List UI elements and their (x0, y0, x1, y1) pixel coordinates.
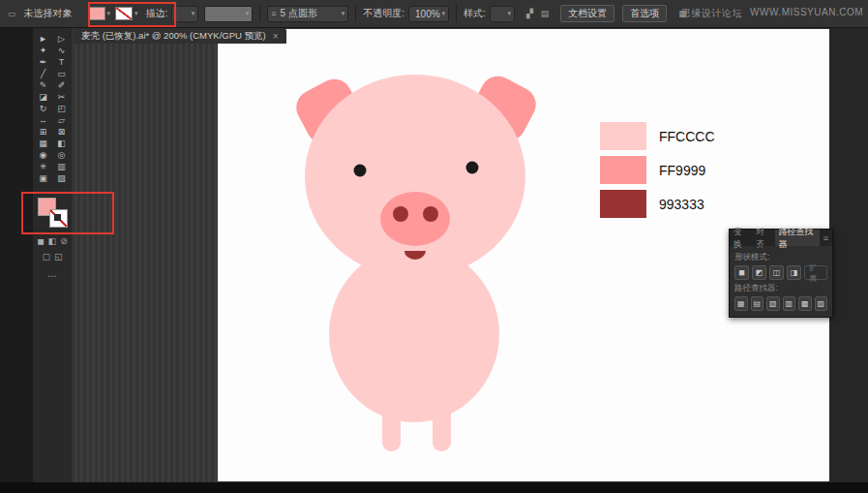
exclude-button[interactable]: ◨ (787, 265, 801, 280)
minus-back-button[interactable]: ▨ (815, 296, 828, 311)
selection-status: 未选择对象 (24, 7, 73, 20)
draw-mode-row: ▢ ◱ (33, 252, 72, 262)
separator (456, 5, 457, 22)
draw-normal-icon[interactable]: ▢ (42, 252, 50, 262)
perspective-grid-tool[interactable]: ⊠ (52, 127, 71, 138)
status-bar (0, 482, 868, 493)
legend-label: FF9999 (659, 163, 705, 178)
illustrator-window: ▭ 未选择对象 ▾ ▾ 描边: ▾ ▾ ≡ 5 点圆形 ▾ 不透明度: 100%… (0, 0, 868, 493)
symbol-sprayer-tool[interactable]: ✳ (34, 162, 52, 172)
eyedropper-tool[interactable]: ◉ (34, 150, 52, 161)
mesh-tool[interactable]: ▦ (34, 139, 52, 149)
shape-properties-icon[interactable]: ▞ (526, 9, 533, 18)
panel-body: 形状模式: ◼ ◩ ◫ ◨ 扩展 路径查找器: ▦ ▤ ▧ ▥ ▩ ▨ (730, 246, 832, 317)
line-segment-tool[interactable]: ╱ (34, 69, 52, 79)
document-title: 麦壳 (已恢复).ai* @ 200% (CMYK/GPU 预览) (81, 30, 266, 43)
pathfinders-label: 路径查找器: (734, 283, 827, 294)
type-tool[interactable]: T (52, 57, 71, 68)
fill-caret-icon[interactable]: ▾ (107, 10, 111, 17)
pig-head (305, 75, 525, 278)
tab-align[interactable]: 对齐 (752, 230, 774, 246)
panel-menu-icon[interactable]: ≡ (820, 233, 832, 243)
fill-stroke-indicator[interactable] (38, 198, 68, 228)
opacity-caret-icon: ▾ (442, 10, 446, 17)
preferences-button[interactable]: 首选项 (622, 5, 667, 22)
legend-swatch-ff9999 (600, 156, 646, 184)
watermark: 思缘设计论坛 WWW.MISSYUAN.COM (681, 7, 863, 20)
magic-wand-tool[interactable]: ✦ (34, 46, 52, 56)
screen-mode-icon[interactable]: ◱ (54, 252, 63, 262)
crop-button[interactable]: ▥ (783, 296, 796, 311)
more-tools-icon[interactable]: ⋯ (48, 271, 57, 281)
gradient-fill-icon[interactable]: ◧ (48, 236, 57, 246)
selection-tool[interactable]: ► (34, 34, 52, 45)
rectangle-tool[interactable]: ▭ (52, 69, 71, 79)
none-fill-icon[interactable]: ⊘ (60, 236, 68, 246)
pen-tool[interactable]: ✒ (34, 57, 52, 68)
fill-color-swatch[interactable] (88, 7, 105, 20)
legend-swatch-993333 (600, 190, 646, 218)
document-setup-button[interactable]: 文档设置 (560, 5, 614, 22)
outline-button[interactable]: ▩ (798, 296, 812, 311)
pasteboard-texture (72, 27, 218, 482)
column-graph-tool[interactable]: ▥ (52, 162, 71, 172)
eraser-tool[interactable]: ◪ (34, 92, 52, 103)
right-dock-strip (828, 27, 868, 482)
free-transform-tool[interactable]: ▱ (52, 115, 71, 126)
color-mode-row: ◼ ◧ ⊘ (33, 236, 72, 246)
color-fill-icon[interactable]: ◼ (37, 236, 44, 246)
blend-tool[interactable]: ◎ (52, 150, 71, 161)
scale-tool[interactable]: ◰ (52, 104, 71, 114)
pig-right-eye (466, 162, 479, 174)
trim-button[interactable]: ▤ (751, 296, 764, 311)
brush-caret-icon: ▾ (342, 10, 345, 17)
tab-pathfinder[interactable]: 路径查找器 (775, 230, 820, 246)
scissors-tool[interactable]: ✂ (52, 92, 71, 103)
more-tools-row: ⋯ (33, 271, 72, 281)
minus-front-button[interactable]: ◩ (752, 265, 766, 280)
legend-row: FFCCCC (600, 122, 715, 150)
tab-transform[interactable]: 变换 (730, 230, 752, 246)
pig-right-nostril (423, 206, 438, 222)
legend-label: 993333 (659, 197, 704, 212)
stroke-color-swatch[interactable] (115, 7, 133, 20)
shape-builder-tool[interactable]: ⊞ (34, 127, 52, 138)
intersect-button[interactable]: ◫ (769, 265, 784, 280)
direct-selection-tool[interactable]: ▷ (52, 34, 71, 45)
stroke-label: 描边: (146, 7, 168, 20)
divide-button[interactable]: ▦ (734, 296, 748, 311)
document-tab-bar: 麦壳 (已恢复).ai* @ 200% (CMYK/GPU 预览) × (74, 28, 286, 44)
pathfinders-row: ▦ ▤ ▧ ▥ ▩ ▨ (734, 296, 827, 311)
expand-button[interactable]: 扩展 (804, 265, 827, 280)
merge-button[interactable]: ▧ (766, 296, 780, 311)
style-dropdown[interactable]: ▾ (490, 6, 515, 22)
document-info-icon[interactable]: ▤ (541, 9, 550, 18)
pig-snout (380, 192, 450, 246)
artboard-tool[interactable]: ▣ (34, 173, 52, 184)
current-stroke-swatch[interactable] (49, 209, 68, 228)
brush-lines-icon: ≡ (271, 9, 276, 18)
pencil-tool[interactable]: ✐ (52, 80, 71, 91)
document-tab[interactable]: 麦壳 (已恢复).ai* @ 200% (CMYK/GPU 预览) × (74, 28, 286, 44)
stroke-width-dropdown[interactable]: ▾ (171, 6, 198, 22)
rotate-tool[interactable]: ↻ (34, 104, 52, 114)
legend-label: FFCCCC (659, 129, 715, 144)
gradient-tool[interactable]: ◧ (52, 139, 71, 149)
brush-name: 5 点圆形 (281, 7, 317, 20)
opacity-dropdown[interactable]: 100% ▾ (408, 6, 449, 22)
tab-close-icon[interactable]: × (273, 31, 279, 42)
paintbrush-tool[interactable]: ✎ (34, 80, 52, 91)
stroke-caret-icon[interactable]: ▾ (135, 10, 138, 17)
separator (259, 5, 260, 22)
width-tool[interactable]: ↔ (34, 115, 52, 126)
brush-definition-dropdown[interactable]: ≡ 5 点圆形 ▾ (267, 6, 348, 22)
lasso-tool[interactable]: ∿ (52, 46, 71, 56)
slice-tool[interactable]: ▨ (52, 173, 71, 184)
unite-button[interactable]: ◼ (734, 265, 749, 280)
left-margin (0, 27, 33, 482)
watermark-url: WWW.MISSYUAN.COM (750, 7, 863, 20)
width-profile-dropdown[interactable]: ▾ (204, 6, 253, 22)
separator (355, 5, 356, 22)
width-profile-caret-icon: ▾ (246, 10, 250, 17)
style-label: 样式: (464, 7, 486, 20)
